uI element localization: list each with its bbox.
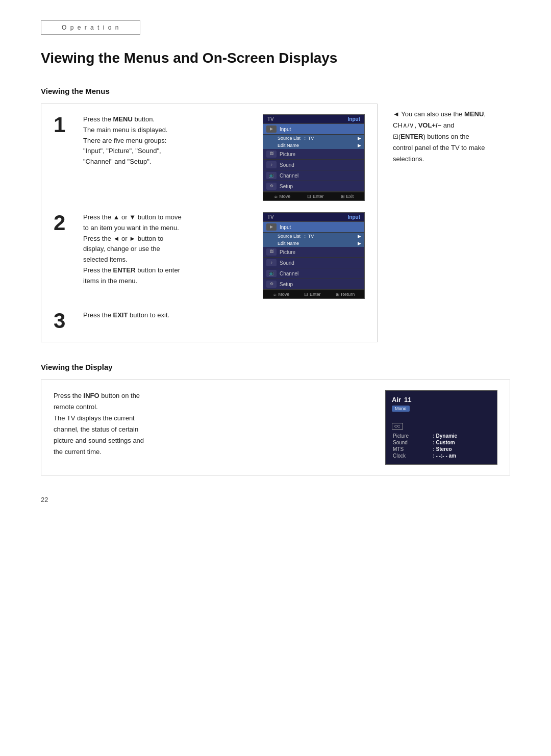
input-icon-2: ▶ — [266, 223, 277, 231]
sound-icon-2: ♪ — [266, 259, 277, 266]
tv-menu-item-channel-2: 📺 Channel — [263, 268, 364, 279]
input-icon-1: ▶ — [266, 125, 277, 133]
step-1-desc: Press the MENU button. The main menu is … — [83, 114, 253, 167]
channel-num: 11 — [404, 396, 411, 404]
channel-icon-1: 📺 — [266, 172, 277, 179]
tv-menu-1-footer: ≑ Move ⊡ Enter ⊞ Exit — [263, 192, 364, 200]
viewing-menus-section: Viewing the Menus 1 Press the MENU butto… — [41, 87, 510, 342]
tv-menu-2-footer: ≑ Move ⊡ Enter ⊞ Return — [263, 290, 364, 298]
channel-icon-2: 📺 — [266, 270, 277, 277]
tv-menu-item-picture-1: 🖼 Picture — [263, 149, 364, 160]
step-1-number: 1 — [54, 114, 76, 136]
display-desc: Press the INFO button on the remote cont… — [54, 390, 375, 458]
tv-menu-item-channel-1: 📺 Channel — [263, 170, 364, 181]
step-1-body: Press the MENU button. The main menu is … — [83, 114, 365, 201]
main-title: Viewing the Menus and On-Screen Displays — [41, 50, 510, 66]
step-2-body: Press the ▲ or ▼ button to move to an it… — [83, 212, 365, 299]
tv-menu-item-sound-1: ♪ Sound — [263, 160, 364, 170]
input-label-1: Input — [348, 116, 360, 122]
tv-label-2: TV — [267, 214, 274, 220]
operation-header: O p e r a t i o n — [41, 20, 140, 35]
setting-mts: MTS : Stereo — [392, 446, 491, 452]
tv-menu-2: TV Input ▶ Input Source List : TV — [263, 212, 365, 299]
step-2-desc: Press the ▲ or ▼ button to move to an it… — [83, 212, 253, 287]
step-2-number: 2 — [54, 212, 76, 234]
steps-block: 1 Press the MENU button. The main menu i… — [41, 104, 378, 342]
sound-icon-1: ♪ — [266, 161, 277, 168]
tv-display-settings: Picture : Dynamic Sound : Custom MTS : S… — [392, 433, 491, 459]
step-1-body-row: Press the MENU button. The main menu is … — [83, 114, 365, 201]
display-inner: Press the INFO button on the remote cont… — [41, 380, 510, 475]
step-3: 3 Press the EXIT button to exit. — [54, 310, 365, 332]
tv-menu-item-setup-2: ⚙ Setup — [263, 279, 364, 290]
step-3-desc: Press the EXIT button to exit. — [83, 310, 365, 321]
channel-name: Air — [392, 396, 401, 404]
tv-menu-sub-sourcelist-1: Source List : TV ▶ — [263, 135, 364, 142]
step-2-body-row: Press the ▲ or ▼ button to move to an it… — [83, 212, 365, 299]
setup-icon-2: ⚙ — [266, 281, 277, 288]
mono-badge: Mono — [392, 406, 410, 412]
setting-sound: Sound : Custom — [392, 439, 491, 446]
tv-menu-2-items: ▶ Input Source List : TV ▶ Edit Name ▶ — [263, 222, 364, 290]
side-note: ◄ You can also use the MENU, CH∧/∨, VOL+… — [393, 104, 510, 165]
step-1: 1 Press the MENU button. The main menu i… — [54, 114, 365, 201]
tv-menu-1-header: TV Input — [263, 115, 364, 124]
operation-label: O p e r a t i o n — [62, 24, 119, 31]
input-label-2: Input — [348, 214, 360, 220]
tv-display-channel-row: Air 11 — [392, 396, 491, 404]
viewing-display-title: Viewing the Display — [41, 363, 510, 371]
tv-menu-2-header: TV Input — [263, 213, 364, 222]
tv-menu-item-input-2: ▶ Input — [263, 222, 364, 233]
setting-clock: Clock : - -:- - am — [392, 452, 491, 459]
page-number: 22 — [41, 496, 510, 503]
setup-icon-1: ⚙ — [266, 183, 277, 190]
tv-menu-item-picture-2: 🖼 Picture — [263, 247, 364, 258]
picture-icon-2: 🖼 — [266, 248, 277, 256]
setting-picture: Picture : Dynamic — [392, 433, 491, 439]
tv-menu-item-setup-1: ⚙ Setup — [263, 181, 364, 192]
tv-menu-sub-sourcelist-2: Source List : TV ▶ — [263, 233, 364, 240]
step-3-number: 3 — [54, 310, 76, 332]
viewing-menus-title: Viewing the Menus — [41, 87, 510, 95]
viewing-display-section: Viewing the Display Press the INFO butto… — [41, 363, 510, 475]
step-2: 2 Press the ▲ or ▼ button to move to an … — [54, 212, 365, 299]
step-3-body: Press the EXIT button to exit. — [83, 310, 365, 321]
steps-and-note: 1 Press the MENU button. The main menu i… — [41, 104, 510, 342]
tv-menu-sub-editname-2: Edit Name ▶ — [263, 240, 364, 247]
tv-menu-sub-editname-1: Edit Name ▶ — [263, 142, 364, 149]
tv-menu-item-input-1: ▶ Input — [263, 124, 364, 135]
tv-menu-1-items: ▶ Input Source List : TV ▶ Edit Name ▶ — [263, 124, 364, 192]
tv-menu-item-sound-2: ♪ Sound — [263, 258, 364, 268]
tv-label-1: TV — [267, 116, 274, 122]
tv-display-mock: Air 11 Mono CC Picture : Dynamic Sound :… — [385, 390, 497, 465]
tv-menu-1: TV Input ▶ Input Source List : TV — [263, 114, 365, 201]
cc-badge: CC — [392, 423, 403, 430]
picture-icon-1: 🖼 — [266, 150, 277, 158]
